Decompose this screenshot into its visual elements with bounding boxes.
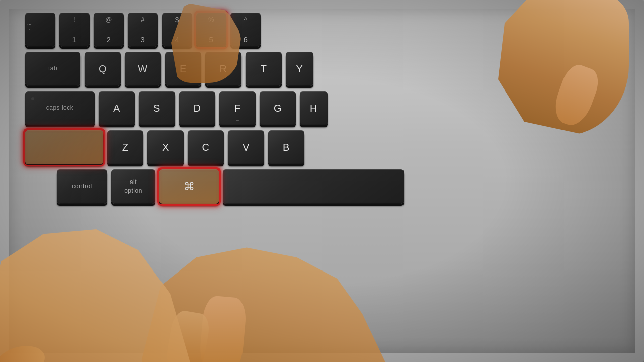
key-shift-left[interactable] <box>25 130 103 164</box>
number-row: ~ ` ! 1 @ 2 # 3 $ 4 <box>25 13 619 47</box>
key-w[interactable]: W <box>125 52 161 86</box>
bottom-row: fn control altoption ⌘ <box>25 169 619 204</box>
qwerty-row: tab Q W E R T Y <box>25 52 619 86</box>
key-2[interactable]: @ 2 <box>94 13 124 47</box>
key-caps-lock[interactable]: caps lock <box>25 91 95 125</box>
key-g[interactable]: G <box>260 91 296 125</box>
key-1[interactable]: ! 1 <box>59 13 90 47</box>
key-s[interactable]: S <box>139 91 175 125</box>
key-a[interactable]: A <box>99 91 135 125</box>
key-f[interactable]: F <box>219 91 256 125</box>
key-space[interactable] <box>223 169 404 204</box>
shift-row: Z X C V B <box>25 130 619 164</box>
key-b[interactable]: B <box>268 130 304 164</box>
key-x[interactable]: X <box>147 130 184 164</box>
key-alt-option[interactable]: altoption <box>111 169 155 204</box>
caps-indicator <box>31 97 34 100</box>
key-v[interactable]: V <box>228 130 264 164</box>
key-5-highlighted[interactable]: % 5 <box>196 13 226 47</box>
key-tilde[interactable]: ~ ` <box>25 13 55 47</box>
key-3[interactable]: # 3 <box>128 13 158 47</box>
home-row: caps lock A S D F G <box>25 91 619 125</box>
key-z[interactable]: Z <box>107 130 143 164</box>
key-command[interactable]: ⌘ <box>159 169 219 204</box>
key-t[interactable]: T <box>246 52 282 86</box>
key-q[interactable]: Q <box>85 52 121 86</box>
key-c[interactable]: C <box>188 130 224 164</box>
keyboard-photo: ~ ` ! 1 @ 2 # 3 $ 4 <box>0 0 644 362</box>
key-tab[interactable]: tab <box>25 52 80 86</box>
key-d[interactable]: D <box>179 91 215 125</box>
key-control[interactable]: control <box>57 169 107 204</box>
key-y[interactable]: Y <box>286 52 313 86</box>
key-h[interactable]: H <box>300 91 328 125</box>
